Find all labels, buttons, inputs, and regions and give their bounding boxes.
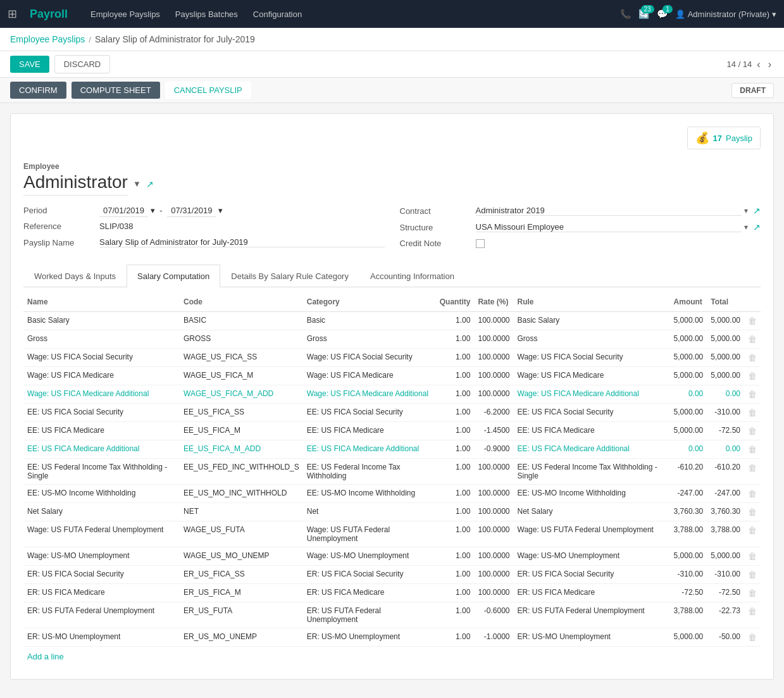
tab-worked-days[interactable]: Worked Days & Inputs [23,265,127,287]
employee-dropdown-icon[interactable]: ▼ [133,179,141,189]
form-left: Period 07/01/2019 ▾ - 07/31/2019 ▾ Refer… [23,206,385,254]
cell-total: 5,000.00 [707,330,744,349]
cell-rule: ER: US FUTA Federal Unemployment [514,602,670,628]
cell-code: ER_US_FICA_M [180,584,303,602]
cell-delete[interactable]: 🗑 [744,385,761,404]
cell-rule[interactable]: Wage: US FICA Medicare Additional [514,385,670,404]
cell-delete[interactable]: 🗑 [744,459,761,485]
delete-row-icon[interactable]: 🗑 [748,352,757,363]
payslip-count-badge[interactable]: 💰 17 Payslip [687,127,761,149]
add-line-button[interactable]: Add a line [23,647,68,666]
nav-employee-payslips[interactable]: Employee Payslips [83,0,168,28]
delete-row-icon[interactable]: 🗑 [748,606,757,616]
confirm-button[interactable]: CONFIRM [10,82,66,99]
delete-row-icon[interactable]: 🗑 [748,371,757,381]
cell-rule[interactable]: EE: US FICA Medicare Additional [514,440,670,459]
credit-note-checkbox[interactable] [476,239,485,248]
save-button[interactable]: SAVE [10,56,49,73]
table-row: Wage: US FICA Medicare WAGE_US_FICA_M Wa… [23,367,761,385]
cell-quantity: 1.00 [436,422,475,440]
breadcrumb-parent[interactable]: Employee Payslips [10,34,85,44]
delete-row-icon[interactable]: 🗑 [748,389,757,399]
delete-row-icon[interactable]: 🗑 [748,408,757,418]
cell-delete[interactable]: 🗑 [744,485,761,503]
cell-delete[interactable]: 🗑 [744,422,761,440]
nav-payslips-batches[interactable]: Payslips Batches [168,0,246,28]
cell-category[interactable]: Wage: US FICA Medicare Additional [303,385,436,404]
delete-row-icon[interactable]: 🗑 [748,525,757,535]
cancel-payslip-button[interactable]: CANCEL PAYSLIP [165,82,251,99]
grid-icon[interactable]: ⊞ [8,7,17,21]
delete-row-icon[interactable]: 🗑 [748,334,757,344]
contract-dropdown-icon[interactable]: ▾ [744,206,748,215]
delete-row-icon[interactable]: 🗑 [748,489,757,499]
delete-row-icon[interactable]: 🗑 [748,551,757,561]
cell-delete[interactable]: 🗑 [744,602,761,628]
cell-delete[interactable]: 🗑 [744,312,761,330]
delete-row-icon[interactable]: 🗑 [748,316,757,326]
discard-button[interactable]: DISCARD [54,55,111,73]
cell-code[interactable]: WAGE_US_FICA_M_ADD [180,385,303,404]
cell-delete[interactable]: 🗑 [744,628,761,647]
delete-row-icon[interactable]: 🗑 [748,570,757,580]
period-value: 07/01/2019 ▾ - 07/31/2019 ▾ [99,206,385,215]
cell-delete[interactable]: 🗑 [744,547,761,566]
employee-name[interactable]: Administrator [23,172,128,196]
delete-row-icon[interactable]: 🗑 [748,632,757,642]
cell-rate: 100.0000 [474,584,513,602]
messages-icon[interactable]: 💬1 [657,9,668,19]
compute-button[interactable]: COMPUTE SHEET [72,82,160,99]
tab-accounting[interactable]: Accounting Information [359,265,465,287]
payslip-name-row: Payslip Name Salary Slip of Administrato… [23,237,385,247]
period-start[interactable]: 07/01/2019 [99,204,148,217]
payslip-name-value[interactable]: Salary Slip of Administrator for July-20… [99,237,385,247]
cell-total: 3,788.00 [707,521,744,547]
period-start-arrow[interactable]: ▾ [151,206,155,215]
structure-value[interactable]: USA Missouri Employee [476,222,742,232]
prev-button[interactable]: ‹ [754,58,762,72]
cell-name[interactable]: EE: US FICA Medicare Additional [23,440,180,459]
structure-dropdown-icon[interactable]: ▾ [744,223,748,232]
period-end[interactable]: 07/31/2019 [167,204,216,217]
phone-icon[interactable]: 📞 [620,9,631,19]
delete-row-icon[interactable]: 🗑 [748,588,757,598]
cell-delete[interactable]: 🗑 [744,503,761,521]
cell-code[interactable]: EE_US_FICA_M_ADD [180,440,303,459]
updates-icon[interactable]: 🔄23 [638,9,649,19]
cell-delete[interactable]: 🗑 [744,404,761,422]
user-menu[interactable]: 👤 Administrator (Private) ▾ [675,9,776,19]
tab-details-salary[interactable]: Details By Salary Rule Category [220,265,359,287]
employee-external-link-icon[interactable]: ↗ [146,179,154,189]
contract-value[interactable]: Administrator 2019 [476,206,742,216]
period-end-arrow[interactable]: ▾ [218,206,223,215]
cell-category[interactable]: EE: US FICA Medicare Additional [303,440,436,459]
structure-external-link-icon[interactable]: ↗ [753,222,761,232]
cell-category: Wage: US-MO Unemployment [303,547,436,566]
cell-rule: ER: US FICA Social Security [514,566,670,584]
salary-table-container: Name Code Category Quantity Rate (%) Rul… [23,287,761,666]
cell-total: -247.00 [707,485,744,503]
delete-row-icon[interactable]: 🗑 [748,426,757,436]
cell-code: WAGE_US_MO_UNEMP [180,547,303,566]
cell-amount: -72.50 [670,584,707,602]
cell-delete[interactable]: 🗑 [744,440,761,459]
cell-delete[interactable]: 🗑 [744,521,761,547]
next-button[interactable]: › [766,58,774,72]
cell-delete[interactable]: 🗑 [744,349,761,367]
cell-delete[interactable]: 🗑 [744,566,761,584]
app-title[interactable]: Payroll [30,8,68,21]
delete-row-icon[interactable]: 🗑 [748,507,757,517]
cell-category: Gross [303,330,436,349]
cell-rule: Wage: US FUTA Federal Unemployment [514,521,670,547]
period-label: Period [23,206,99,215]
cell-delete[interactable]: 🗑 [744,330,761,349]
contract-external-link-icon[interactable]: ↗ [753,206,761,216]
tab-salary-computation[interactable]: Salary Computation [127,265,220,287]
delete-row-icon[interactable]: 🗑 [748,463,757,473]
cell-delete[interactable]: 🗑 [744,367,761,385]
cell-rule: Wage: US-MO Unemployment [514,547,670,566]
delete-row-icon[interactable]: 🗑 [748,444,757,454]
nav-configuration[interactable]: Configuration [246,0,309,28]
cell-delete[interactable]: 🗑 [744,584,761,602]
cell-name[interactable]: Wage: US FICA Medicare Additional [23,385,180,404]
